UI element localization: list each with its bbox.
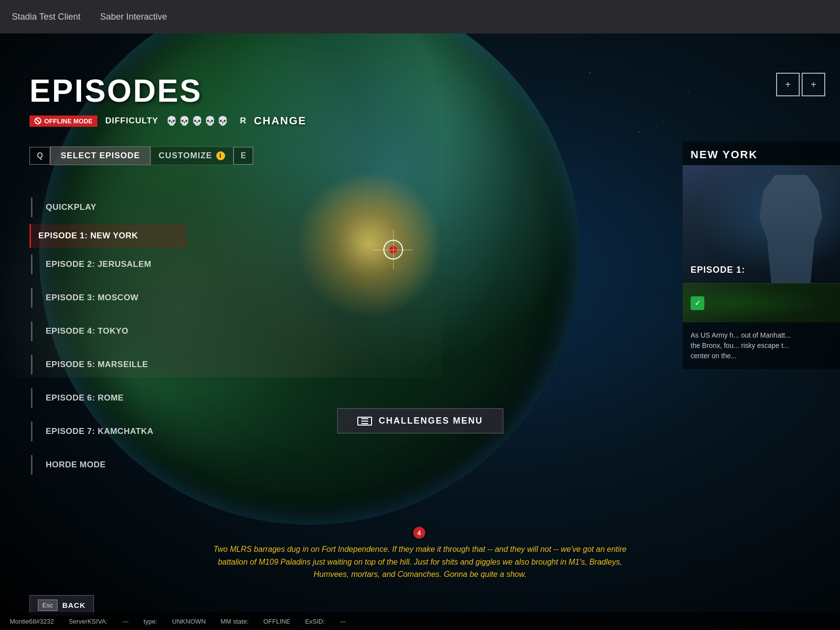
- episode-3-moscow[interactable]: EPISODE 3: MOSCOW: [29, 281, 187, 315]
- episode-4-label: EPISODE 4: TOKYO: [38, 326, 128, 336]
- episode-quickplay[interactable]: QUICKPLAY: [29, 191, 187, 224]
- tab-customize[interactable]: CUSTOMIZE i: [150, 146, 233, 165]
- customize-info-icon: i: [216, 151, 225, 160]
- checkmark-icon: ✓: [691, 296, 704, 310]
- status-type-label: type:: [144, 618, 157, 625]
- ep-separator-7: [31, 422, 32, 441]
- status-mm-label: MM state:: [221, 618, 249, 625]
- ep-separator-5: [31, 355, 32, 374]
- flavor-text-content: Two MLRS barrages dug in on Fort Indepen…: [213, 545, 627, 578]
- customize-label: CUSTOMIZE: [159, 151, 212, 161]
- map-marker-inner: [389, 246, 397, 254]
- status-type-value: UNKNOWN: [172, 618, 206, 625]
- right-panel-thumbnail-2: ✓: [683, 283, 840, 322]
- skull-4: 💀: [204, 115, 215, 126]
- episode-5-marseille[interactable]: EPISODE 5: MARSEILLE: [29, 348, 187, 381]
- ep-separator-horde: [31, 455, 32, 475]
- right-panel-image: EPISODE 1:: [683, 165, 840, 283]
- episode-5-label: EPISODE 5: MARSEILLE: [38, 360, 148, 370]
- ep-separator-3: [31, 288, 32, 308]
- status-exsid-label: ExSID:: [305, 618, 325, 625]
- episode-1-label: EPISODE 1: NEW YORK: [31, 231, 138, 241]
- right-panel-episode-label: EPISODE 1:: [691, 265, 745, 275]
- difficulty-r-key: R: [240, 116, 246, 126]
- game-area: + + EPISODES OFFLINE MODE DIFFICULTY 💀 💀…: [0, 33, 840, 630]
- episode-quickplay-label: QUICKPLAY: [38, 202, 96, 212]
- back-label: BACK: [62, 601, 86, 609]
- challenges-badge: 4: [413, 527, 425, 539]
- episode-horde-label: HORDE MODE: [38, 460, 106, 470]
- back-key: Esc: [38, 600, 58, 611]
- offline-icon: [34, 117, 41, 124]
- episode-7-kamchatka[interactable]: EPISODE 7: KAMCHATKA: [29, 415, 187, 448]
- challenges-menu-button[interactable]: CHALLENGES MENU: [337, 408, 503, 433]
- ep-separator: [31, 198, 32, 217]
- episode-6-label: EPISODE 6: ROME: [38, 393, 124, 403]
- status-server-value: ---: [122, 618, 129, 625]
- difficulty-label: DIFFICULTY: [105, 116, 158, 126]
- bracket-plus-2[interactable]: +: [802, 73, 825, 96]
- skull-2: 💀: [179, 115, 190, 126]
- episode-6-rome[interactable]: EPISODE 6: ROME: [29, 381, 187, 415]
- right-panel-title: NEW YORK: [683, 142, 840, 165]
- status-user: Montie68#3232: [10, 618, 54, 625]
- challenges-icon: [357, 417, 372, 426]
- right-panel: NEW YORK EPISODE 1: ✓ As US Army h... ou…: [683, 142, 840, 369]
- episodes-title: EPISODES: [29, 73, 202, 109]
- skull-3: 💀: [192, 115, 203, 126]
- episode-list: QUICKPLAY EPISODE 1: NEW YORK EPISODE 2:…: [29, 191, 187, 482]
- episode-4-tokyo[interactable]: EPISODE 4: TOKYO: [29, 315, 187, 348]
- right-panel-description: As US Army h... out of Manhatt...the Bro…: [683, 322, 840, 369]
- corner-brackets[interactable]: + +: [776, 73, 825, 96]
- offline-label: OFFLINE MODE: [44, 117, 92, 125]
- topbar-title: Stadia Test Client: [12, 12, 81, 22]
- map-marker[interactable]: [383, 240, 403, 259]
- skull-icons: 💀 💀 💀 💀 💀: [166, 115, 228, 126]
- status-exsid-value: ---: [340, 618, 346, 625]
- flavor-text: Two MLRS barrages dug in on Fort Indepen…: [210, 543, 630, 581]
- skull-1: 💀: [166, 115, 177, 126]
- episode-tabs: Q SELECT EPISODE CUSTOMIZE i E: [29, 146, 253, 165]
- episode-horde-mode[interactable]: HORDE MODE: [29, 448, 187, 482]
- episodes-heading: EPISODES: [29, 73, 202, 109]
- status-mm-value: OFFLINE: [263, 618, 290, 625]
- soldier-silhouette: [752, 175, 830, 283]
- status-bar: Montie68#3232 ServerKSIVA: --- type: UNK…: [0, 612, 840, 630]
- tab-select-episode[interactable]: SELECT EPISODE: [50, 146, 150, 165]
- ep-separator-2: [31, 255, 32, 274]
- episode-2-label: EPISODE 2: JERUSALEM: [38, 259, 151, 269]
- episode-7-label: EPISODE 7: KAMCHATKA: [38, 427, 153, 436]
- ep-separator-6: [31, 388, 32, 408]
- episode-1-new-york[interactable]: EPISODE 1: NEW YORK: [29, 224, 187, 248]
- bracket-plus-1[interactable]: +: [776, 73, 800, 96]
- offline-badge: OFFLINE MODE: [29, 115, 97, 127]
- tab-q-key[interactable]: Q: [29, 147, 50, 165]
- topbar-subtitle: Saber Interactive: [100, 12, 167, 22]
- tab-e-key[interactable]: E: [233, 147, 254, 165]
- difficulty-bar: OFFLINE MODE DIFFICULTY 💀 💀 💀 💀 💀 R CHAN…: [29, 115, 307, 127]
- change-button[interactable]: CHANGE: [254, 115, 306, 127]
- status-server-label: ServerKSIVA:: [69, 618, 108, 625]
- episode-2-jerusalem[interactable]: EPISODE 2: JERUSALEM: [29, 248, 187, 281]
- topbar: Stadia Test Client Saber Interactive: [0, 0, 840, 33]
- ep-separator-4: [31, 321, 32, 341]
- sun-glow: [295, 171, 442, 318]
- episode-3-label: EPISODE 3: MOSCOW: [38, 293, 139, 303]
- challenges-label: CHALLENGES MENU: [378, 416, 483, 426]
- map-marker-outer: [383, 240, 403, 259]
- skull-5: 💀: [217, 115, 228, 126]
